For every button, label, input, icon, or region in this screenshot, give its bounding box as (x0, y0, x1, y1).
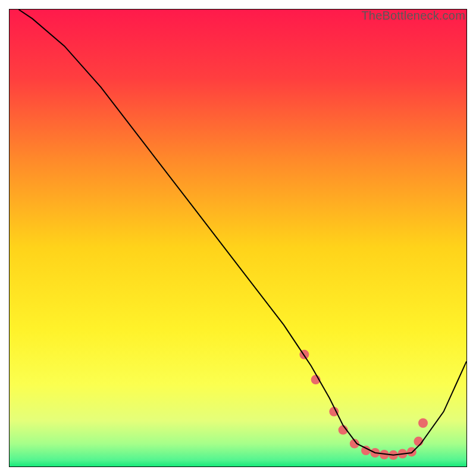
watermark-label: TheBottleneck.com (361, 9, 465, 23)
chart-background (10, 10, 466, 466)
marker-dot (418, 418, 428, 428)
marker-dot (407, 447, 416, 456)
chart-frame: TheBottleneck.com (9, 9, 467, 467)
chart-plot (10, 10, 466, 466)
